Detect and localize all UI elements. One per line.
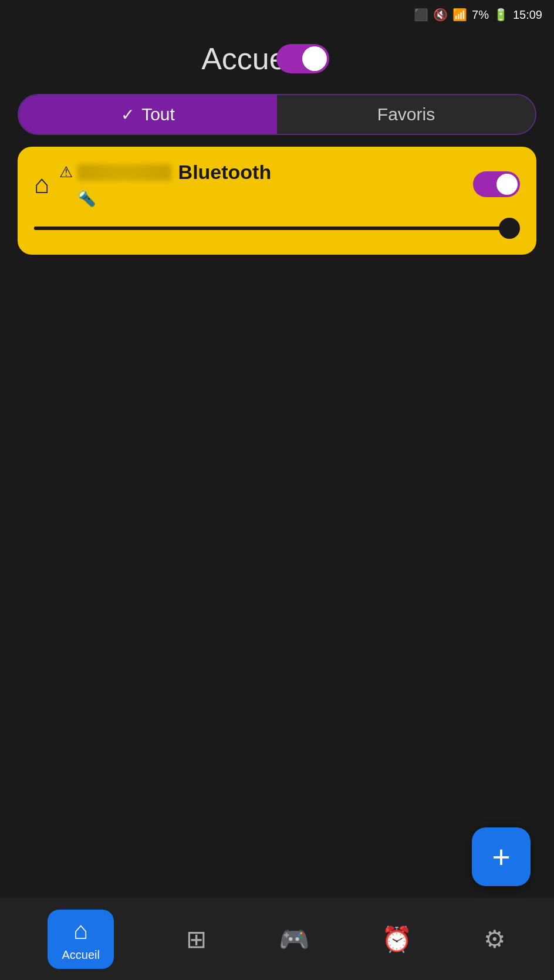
device-card: ⌂ ⚠ Bluetooth 🔦 xyxy=(18,147,536,255)
tab-favoris[interactable]: Favoris xyxy=(277,95,535,134)
signal-icon: 📶 xyxy=(452,8,467,22)
camera-nav-icon: ⊞ xyxy=(186,925,207,954)
bottom-nav: ⌂ Accueil ⊞ 🎮 ⏰ ⚙ xyxy=(0,898,554,980)
blurred-name xyxy=(77,164,171,181)
slider-thumb xyxy=(499,218,520,239)
header-toggle[interactable] xyxy=(276,44,329,73)
battery-text: 7% xyxy=(472,8,489,22)
gamepad-nav-icon: 🎮 xyxy=(279,925,309,954)
clock-nav-icon: ⏰ xyxy=(381,925,412,954)
slider-fill xyxy=(34,227,481,230)
nav-label-accueil: Accueil xyxy=(62,948,99,962)
check-icon: ✓ xyxy=(121,105,134,124)
device-toggle-knob xyxy=(496,174,518,195)
nav-item-gamepad[interactable]: 🎮 xyxy=(279,925,309,954)
slider-track xyxy=(34,227,520,230)
device-toggle[interactable] xyxy=(473,171,520,197)
header: Accueil xyxy=(0,29,554,88)
nav-item-settings[interactable]: ⚙ xyxy=(484,925,506,954)
battery-icon: 🔋 xyxy=(494,8,508,22)
device-name: Bluetooth xyxy=(178,161,464,184)
settings-nav-icon: ⚙ xyxy=(484,925,506,954)
device-icons: ⌂ xyxy=(34,170,50,199)
tab-tout[interactable]: ✓ Tout xyxy=(19,95,277,134)
tab-bar: ✓ Tout Favoris xyxy=(18,94,536,135)
mute-icon: 🔇 xyxy=(433,8,448,22)
add-button[interactable]: + xyxy=(472,827,531,886)
status-bar: ⬛ 🔇 📶 7% 🔋 15:09 xyxy=(0,0,554,29)
tab-tout-label: Tout xyxy=(141,104,175,124)
nav-item-accueil[interactable]: ⌂ Accueil xyxy=(48,910,113,969)
home-nav-icon: ⌂ xyxy=(73,917,88,945)
alert-icon: ⚠ xyxy=(59,163,73,181)
toggle-knob xyxy=(302,46,327,71)
flashlight-icon: 🔦 xyxy=(77,190,96,208)
nav-item-clock[interactable]: ⏰ xyxy=(381,925,412,954)
home-icon: ⌂ xyxy=(34,170,50,199)
nfc-icon: ⬛ xyxy=(414,8,428,22)
plus-icon: + xyxy=(492,841,511,873)
time-display: 15:09 xyxy=(513,8,542,22)
tab-favoris-label: Favoris xyxy=(377,104,435,124)
nav-item-camera[interactable]: ⊞ xyxy=(186,925,207,954)
device-slider[interactable] xyxy=(34,219,520,237)
